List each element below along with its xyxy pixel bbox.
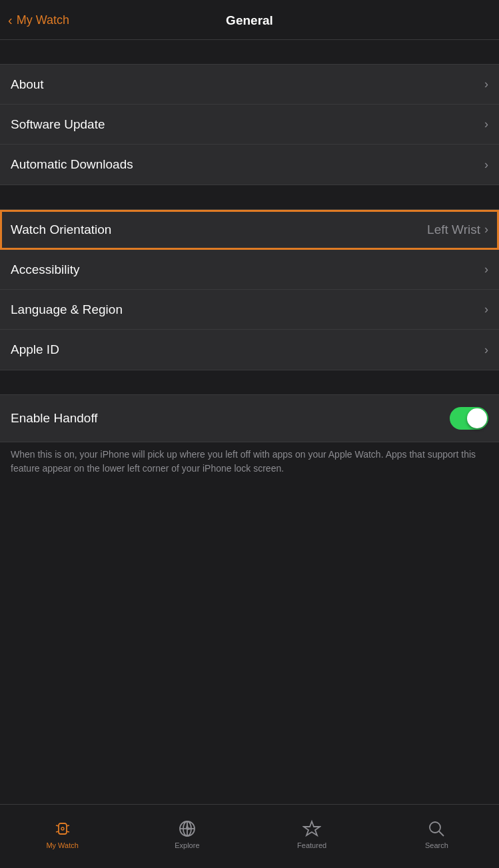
tab-search-label: Search xyxy=(425,841,448,849)
apple-id-row[interactable]: Apple ID › xyxy=(0,330,499,370)
language-region-right: › xyxy=(484,302,488,316)
header: ‹ My Watch General xyxy=(0,0,499,40)
watch-icon xyxy=(53,819,73,839)
back-button[interactable]: ‹ My Watch xyxy=(8,13,69,28)
handoff-description-text: When this is on, your iPhone will pick u… xyxy=(11,449,476,474)
watch-orientation-label: Watch Orientation xyxy=(11,222,111,237)
handoff-toggle-row: Enable Handoff xyxy=(0,395,499,442)
handoff-toggle[interactable] xyxy=(450,407,488,430)
featured-icon xyxy=(302,819,322,839)
watch-orientation-value: Left Wrist xyxy=(427,222,480,237)
apple-id-right: › xyxy=(484,343,488,357)
tab-bar: My Watch Explore Featured xyxy=(0,804,499,868)
software-update-label: Software Update xyxy=(11,117,105,132)
section-spacer-1 xyxy=(0,40,499,64)
handoff-label: Enable Handoff xyxy=(11,411,98,426)
accessibility-row[interactable]: Accessibility › xyxy=(0,250,499,290)
automatic-downloads-label: Automatic Downloads xyxy=(11,157,133,172)
svg-line-3 xyxy=(67,825,69,826)
svg-line-14 xyxy=(439,831,444,836)
handoff-description: When this is on, your iPhone will pick u… xyxy=(0,442,499,489)
about-row[interactable]: About › xyxy=(0,65,499,105)
about-chevron-icon: › xyxy=(484,77,488,91)
accessibility-label: Accessibility xyxy=(11,262,79,277)
tab-my-watch-label: My Watch xyxy=(46,841,79,849)
explore-icon xyxy=(177,819,197,839)
apple-id-label: Apple ID xyxy=(11,342,59,357)
accessibility-right: › xyxy=(484,262,488,276)
automatic-downloads-chevron-icon: › xyxy=(484,158,488,172)
section-spacer-2 xyxy=(0,185,499,209)
language-region-label: Language & Region xyxy=(11,302,123,317)
svg-line-2 xyxy=(56,831,59,832)
svg-point-5 xyxy=(61,827,64,830)
software-update-row[interactable]: Software Update › xyxy=(0,105,499,145)
handoff-section: Enable Handoff xyxy=(0,394,499,442)
about-label: About xyxy=(11,77,44,92)
back-chevron-icon: ‹ xyxy=(8,13,13,28)
svg-point-13 xyxy=(430,822,440,833)
back-label: My Watch xyxy=(17,13,69,27)
settings-group-1: About › Software Update › Automatic Down… xyxy=(0,64,499,185)
software-update-chevron-icon: › xyxy=(484,117,488,131)
tab-explore[interactable]: Explore xyxy=(125,805,249,868)
svg-rect-0 xyxy=(59,823,67,834)
tab-featured[interactable]: Featured xyxy=(250,805,374,868)
tab-featured-label: Featured xyxy=(297,841,326,849)
svg-line-4 xyxy=(67,831,69,832)
page-title: General xyxy=(226,13,273,28)
about-right: › xyxy=(484,77,488,91)
language-region-row[interactable]: Language & Region › xyxy=(0,290,499,330)
toggle-knob xyxy=(467,408,487,428)
apple-id-chevron-icon: › xyxy=(484,343,488,357)
language-region-chevron-icon: › xyxy=(484,302,488,316)
tab-my-watch[interactable]: My Watch xyxy=(0,805,125,868)
accessibility-chevron-icon: › xyxy=(484,262,488,276)
watch-orientation-chevron-icon: › xyxy=(484,222,488,236)
content-area: About › Software Update › Automatic Down… xyxy=(0,40,499,804)
watch-orientation-row[interactable]: Watch Orientation Left Wrist › xyxy=(0,210,499,250)
svg-marker-12 xyxy=(304,821,320,835)
tab-explore-label: Explore xyxy=(175,841,199,849)
automatic-downloads-right: › xyxy=(484,158,488,172)
svg-line-1 xyxy=(56,825,59,826)
section-spacer-3 xyxy=(0,370,499,394)
watch-orientation-right: Left Wrist › xyxy=(427,222,488,237)
settings-group-2: Watch Orientation Left Wrist › Accessibi… xyxy=(0,209,499,370)
automatic-downloads-row[interactable]: Automatic Downloads › xyxy=(0,145,499,185)
tab-search[interactable]: Search xyxy=(374,805,499,868)
software-update-right: › xyxy=(484,117,488,131)
search-icon xyxy=(426,819,446,839)
